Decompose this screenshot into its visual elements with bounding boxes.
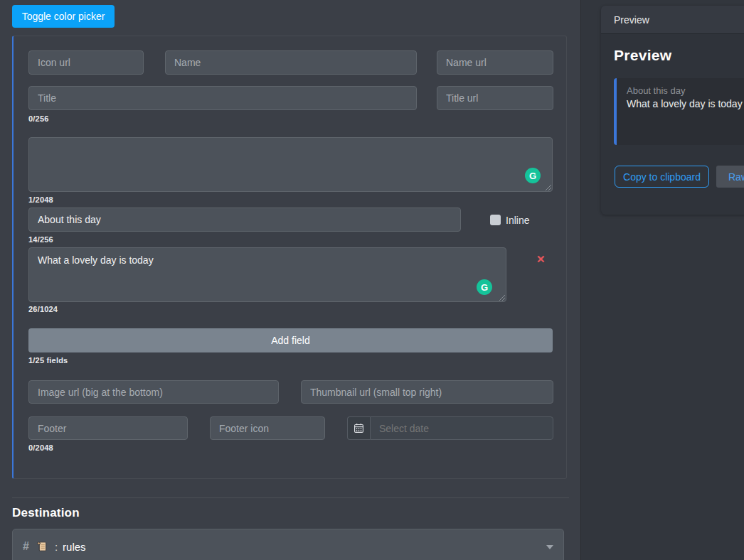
footer-icon-input[interactable] bbox=[210, 416, 325, 440]
fields-counter: 1/25 fields bbox=[28, 356, 68, 365]
chevron-down-icon bbox=[546, 545, 553, 549]
preview-heading: Preview bbox=[614, 47, 672, 64]
title-counter: 0/256 bbox=[28, 114, 49, 123]
embed-field-value: What a lovely day is today bbox=[627, 98, 744, 109]
raw-button[interactable]: Raw bbox=[716, 166, 744, 188]
title-url-input[interactable] bbox=[437, 86, 553, 110]
add-field-button[interactable]: Add field bbox=[28, 328, 553, 352]
description-textarea[interactable] bbox=[28, 137, 553, 192]
inline-checkbox-label: Inline bbox=[506, 215, 529, 226]
field-value-textarea[interactable]: What a lovely day is today bbox=[28, 247, 506, 302]
embed-preview: About this day What a lovely day is toda… bbox=[614, 78, 744, 145]
select-date-input[interactable] bbox=[370, 416, 553, 440]
channel-name: rules bbox=[63, 541, 86, 553]
embed-form: 0/256 G 1/2048 Inline 14/256 What a love… bbox=[12, 36, 567, 479]
author-name-url-input[interactable] bbox=[437, 50, 553, 75]
copy-to-clipboard-button[interactable]: Copy to clipboard bbox=[615, 166, 709, 188]
field-value-counter: 26/1024 bbox=[28, 305, 58, 313]
embed-builder-screen: Toggle color picker 0/256 G 1/2048 Inlin… bbox=[0, 0, 744, 560]
thumbnail-url-input[interactable] bbox=[301, 380, 553, 404]
footer-input[interactable] bbox=[28, 416, 188, 440]
title-input[interactable] bbox=[28, 86, 417, 110]
field-name-counter: 14/256 bbox=[28, 235, 53, 244]
description-counter: 1/2048 bbox=[28, 195, 53, 204]
scroll-emoji-icon bbox=[36, 541, 48, 552]
toggle-color-picker-button[interactable]: Toggle color picker bbox=[12, 5, 115, 28]
timestamp-group bbox=[347, 416, 553, 440]
footer-counter: 0/2048 bbox=[28, 443, 53, 452]
channel-separator: : bbox=[55, 541, 58, 553]
hash-icon: # bbox=[23, 540, 29, 553]
author-name-input[interactable] bbox=[165, 50, 417, 75]
section-divider bbox=[12, 497, 569, 498]
remove-field-button[interactable]: ✕ bbox=[536, 254, 546, 264]
calendar-icon[interactable] bbox=[347, 416, 370, 440]
editor-pane: Toggle color picker 0/256 G 1/2048 Inlin… bbox=[0, 0, 581, 560]
description-wrapper: G bbox=[28, 137, 553, 192]
embed-field-name: About this day bbox=[627, 85, 744, 96]
grammarly-icon[interactable]: G bbox=[525, 168, 541, 183]
author-icon-url-input[interactable] bbox=[28, 50, 144, 75]
preview-card: Preview Preview About this day What a lo… bbox=[601, 6, 744, 215]
preview-card-title: Preview bbox=[614, 14, 649, 26]
destination-channel-select[interactable]: # : rules bbox=[12, 529, 564, 560]
field-name-input[interactable] bbox=[28, 208, 461, 232]
preview-card-header: Preview bbox=[601, 6, 744, 34]
grammarly-icon[interactable]: G bbox=[477, 279, 492, 295]
preview-card-body: Preview About this day What a lovely day… bbox=[601, 34, 744, 214]
field-value-wrapper: What a lovely day is today G bbox=[28, 247, 506, 302]
image-url-input[interactable] bbox=[28, 380, 279, 404]
destination-heading: Destination bbox=[12, 506, 80, 520]
inline-checkbox[interactable] bbox=[490, 215, 501, 225]
